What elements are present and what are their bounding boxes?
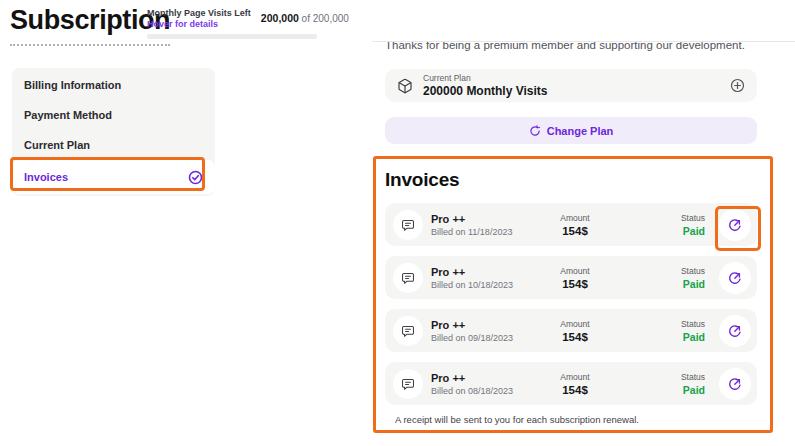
current-plan-label: Current Plan [423,73,730,83]
sidebar-item-billing-information[interactable]: Billing Information [12,70,215,100]
sidebar-item-label: Invoices [24,171,68,183]
invoice-list: Pro ++ Billed on 11/18/2023 Amount 154$ … [385,203,795,405]
refresh-swirl-icon [529,125,541,137]
change-plan-button[interactable]: Change Plan [385,117,757,144]
invoice-plan-name: Pro ++ [431,213,530,225]
status-label: Status [625,266,705,276]
status-value: Paid [625,384,705,396]
invoice-plan-name: Pro ++ [431,319,530,331]
plan-details-expand-button[interactable] [730,78,745,93]
invoice-row: Pro ++ Billed on 10/18/2023 Amount 154$ … [385,256,757,299]
amount-label: Amount [530,319,620,329]
check-circle-icon [188,170,203,185]
amount-value: 154$ [530,384,620,396]
sidebar-item-label: Payment Method [24,109,112,121]
visits-total: of 200,000 [302,13,349,24]
amount-value: 154$ [530,225,620,237]
sidebar-item-label: Current Plan [24,139,90,151]
invoice-row: Pro ++ Billed on 11/18/2023 Amount 154$ … [385,203,757,246]
receipt-icon [393,210,423,240]
premium-thanks-text: Thanks for being a premium member and su… [385,41,765,52]
sidebar-item-label: Billing Information [24,79,121,91]
amount-value: 154$ [530,278,620,290]
status-value: Paid [625,331,705,343]
open-invoice-button[interactable] [719,315,751,347]
sidebar-item-current-plan[interactable]: Current Plan [12,130,215,160]
amount-label: Amount [530,213,620,223]
amount-label: Amount [530,372,620,382]
current-plan-value: 200000 Monthly Visits [423,84,730,98]
invoice-billed-date: Billed on 11/18/2023 [431,227,530,237]
sidebar-item-payment-method[interactable]: Payment Method [12,100,215,130]
status-value: Paid [625,278,705,290]
amount-value: 154$ [530,331,620,343]
external-link-icon [727,376,743,392]
invoice-billed-date: Billed on 08/18/2023 [431,386,530,396]
subscription-page: Subscription Monthly Page Visits Left Ho… [0,0,795,446]
amount-label: Amount [530,266,620,276]
visits-label: Monthly Page Visits Left [147,8,251,19]
billing-sidebar: Billing Information Payment Method Curre… [12,68,215,196]
hover-for-details-link[interactable]: Hover for details [147,19,251,30]
open-invoice-button[interactable] [719,209,751,241]
external-link-icon [727,270,743,286]
status-label: Status [625,372,705,382]
invoice-billed-date: Billed on 09/18/2023 [431,333,530,343]
status-label: Status [625,319,705,329]
external-link-icon [727,217,743,233]
subscription-panel: Thanks for being a premium member and su… [372,41,795,446]
visits-count: 200,000 of 200,000 [261,12,349,24]
visits-used: 200,000 [261,12,299,24]
visits-progress-bar [147,34,317,39]
sidebar-item-invoices[interactable]: Invoices [12,160,215,194]
change-plan-label: Change Plan [547,125,614,137]
invoice-row: Pro ++ Billed on 08/18/2023 Amount 154$ … [385,362,757,405]
external-link-icon [727,323,743,339]
current-plan-card: Current Plan 200000 Monthly Visits [385,69,757,102]
open-invoice-button[interactable] [719,262,751,294]
status-value: Paid [625,225,705,237]
receipt-icon [393,263,423,293]
receipt-icon [393,316,423,346]
invoice-billed-date: Billed on 10/18/2023 [431,280,530,290]
receipt-note: A receipt will be sent to you for each s… [385,414,795,426]
open-invoice-button[interactable] [719,368,751,400]
monthly-visits-widget: Monthly Page Visits Left Hover for detai… [147,8,349,39]
status-label: Status [625,213,705,223]
invoices-heading: Invoices [385,168,795,191]
receipt-icon [393,369,423,399]
invoice-row: Pro ++ Billed on 09/18/2023 Amount 154$ … [385,309,757,352]
package-box-icon [397,78,413,94]
invoice-plan-name: Pro ++ [431,266,530,278]
plus-circle-icon [730,78,745,93]
invoice-plan-name: Pro ++ [431,372,530,384]
